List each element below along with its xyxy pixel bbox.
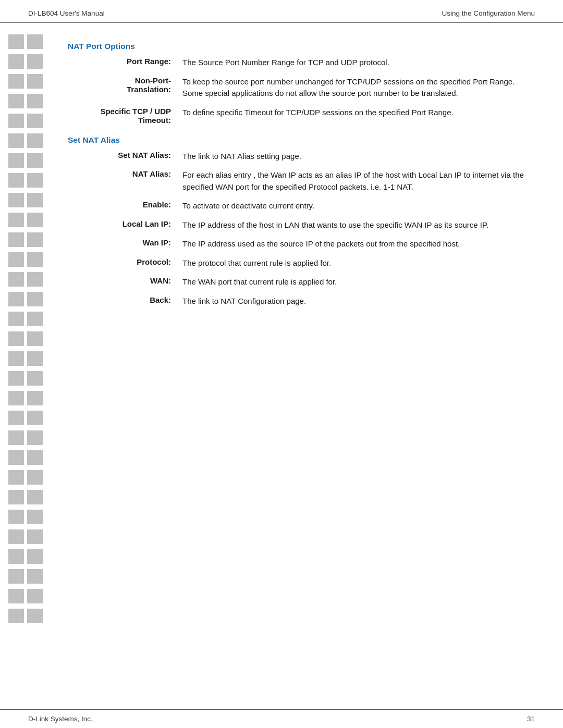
term-cell: Back: — [68, 292, 182, 311]
deco-box — [27, 609, 43, 623]
deco-box — [8, 450, 24, 465]
deco-row — [8, 173, 68, 188]
deco-box — [27, 371, 43, 386]
desc-cell: The WAN port that current rule is applie… — [182, 273, 535, 292]
deco-box — [27, 470, 43, 485]
deco-box — [8, 114, 24, 128]
deco-box — [27, 173, 43, 188]
deco-row — [8, 232, 68, 247]
deco-box — [8, 609, 24, 623]
deco-box — [27, 529, 43, 544]
deco-box — [27, 510, 43, 524]
section-heading: Set NAT Alias — [68, 128, 535, 147]
deco-box — [8, 193, 24, 207]
term-cell: Non-Port-Translation: — [68, 72, 182, 103]
deco-row — [8, 510, 68, 524]
deco-row — [8, 94, 68, 108]
deco-row — [8, 312, 68, 326]
deco-box — [27, 331, 43, 346]
page-footer: D-Link Systems, Inc. 31 — [0, 709, 563, 728]
header-right: Using the Configuration Menu — [442, 9, 535, 17]
deco-box — [8, 549, 24, 564]
deco-box — [8, 252, 24, 267]
deco-row — [8, 331, 68, 346]
deco-box — [8, 232, 24, 247]
deco-row — [8, 252, 68, 267]
deco-box — [8, 173, 24, 188]
deco-box — [8, 312, 24, 326]
deco-box — [8, 391, 24, 405]
deco-row — [8, 411, 68, 425]
desc-cell: To define specific Timeout for TCP/UDP s… — [182, 103, 535, 128]
desc-cell: The protocol that current rule is applie… — [182, 254, 535, 273]
deco-row — [8, 371, 68, 386]
deco-row — [8, 213, 68, 227]
deco-box — [27, 34, 43, 49]
deco-box — [27, 391, 43, 405]
deco-box — [27, 589, 43, 603]
deco-row — [8, 351, 68, 366]
deco-box — [27, 252, 43, 267]
header-left: DI-LB604 User's Manual — [28, 9, 105, 17]
deco-box — [27, 213, 43, 227]
deco-box — [8, 213, 24, 227]
deco-row — [8, 153, 68, 168]
desc-cell: The Source Port Number Range for TCP and… — [182, 53, 535, 72]
deco-box — [8, 529, 24, 544]
desc-cell: The link to NAT Alias setting page. — [182, 147, 535, 166]
deco-box — [8, 371, 24, 386]
footer-left: D-Link Systems, Inc. — [28, 715, 93, 723]
deco-box — [8, 470, 24, 485]
deco-box — [8, 351, 24, 366]
deco-row — [8, 490, 68, 504]
term-cell: Wan IP: — [68, 235, 182, 254]
content-table: NAT Port OptionsPort Range:The Source Po… — [68, 34, 535, 311]
deco-row — [8, 272, 68, 287]
deco-row — [8, 34, 68, 49]
term-cell: Port Range: — [68, 53, 182, 72]
deco-box — [27, 54, 43, 69]
term-cell: Set NAT Alias: — [68, 147, 182, 166]
term-cell: Local Lan IP: — [68, 216, 182, 235]
section-heading: NAT Port Options — [68, 34, 535, 53]
deco-box — [27, 312, 43, 326]
deco-row — [8, 292, 68, 306]
deco-row — [8, 470, 68, 485]
term-cell: Specific TCP / UDPTimeout: — [68, 103, 182, 128]
deco-row — [8, 529, 68, 544]
deco-box — [27, 411, 43, 425]
deco-row — [8, 450, 68, 465]
deco-row — [8, 133, 68, 148]
desc-cell: The IP address of the host in LAN that w… — [182, 216, 535, 235]
left-decoration — [0, 23, 68, 700]
deco-row — [8, 569, 68, 584]
desc-cell: The link to NAT Configuration page. — [182, 292, 535, 311]
term-cell: WAN: — [68, 273, 182, 292]
term-cell: Enable: — [68, 196, 182, 216]
main-content: NAT Port OptionsPort Range:The Source Po… — [68, 23, 563, 700]
deco-box — [8, 510, 24, 524]
deco-row — [8, 193, 68, 207]
term-cell: Protocol: — [68, 254, 182, 273]
deco-box — [8, 133, 24, 148]
deco-box — [8, 430, 24, 445]
deco-box — [8, 589, 24, 603]
deco-box — [27, 133, 43, 148]
deco-box — [27, 351, 43, 366]
deco-row — [8, 391, 68, 405]
deco-box — [27, 193, 43, 207]
deco-row — [8, 114, 68, 128]
deco-box — [27, 549, 43, 564]
deco-row — [8, 549, 68, 564]
desc-cell: To keep the source port number unchanged… — [182, 72, 535, 103]
term-cell: NAT Alias: — [68, 166, 182, 196]
deco-row — [8, 54, 68, 69]
deco-box — [27, 114, 43, 128]
deco-box — [8, 569, 24, 584]
deco-box — [27, 153, 43, 168]
desc-cell: To activate or deactivate current entry. — [182, 196, 535, 216]
deco-box — [8, 153, 24, 168]
page-header: DI-LB604 User's Manual Using the Configu… — [0, 0, 563, 23]
deco-row — [8, 609, 68, 623]
deco-box — [8, 54, 24, 69]
